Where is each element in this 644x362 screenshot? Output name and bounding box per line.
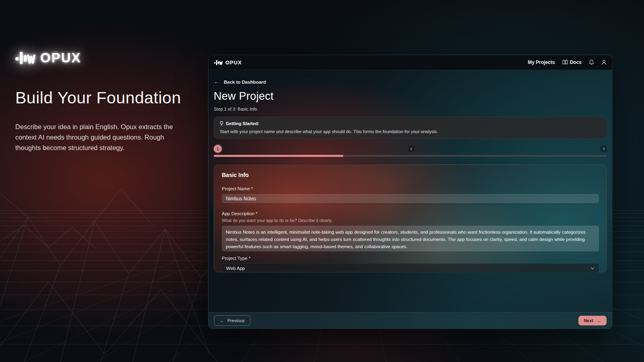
app-logo[interactable]: OPUX — [214, 60, 242, 66]
nav-docs-label: Docs — [570, 60, 582, 65]
previous-label: Previous — [227, 318, 245, 323]
tip-body: Start with your project name and describ… — [220, 129, 601, 134]
progress-bar — [214, 155, 607, 157]
book-icon — [562, 60, 568, 65]
project-type-label: Project Type * — [222, 256, 599, 261]
getting-started-tip: Getting Started: Start with your project… — [214, 117, 607, 139]
hero-title: Build Your Foundation — [15, 88, 201, 107]
app-description-label: App Description * — [222, 211, 599, 216]
back-to-dashboard-link[interactable]: ← Back to Dashboard — [214, 79, 266, 85]
user-icon — [601, 60, 607, 65]
next-label: Next — [584, 318, 593, 323]
hero-description: Describe your idea in plain English. Opu… — [15, 122, 191, 153]
app-description-helper: What do you want your app to do or be? D… — [222, 218, 599, 223]
back-arrow-icon: ← — [214, 79, 219, 85]
form-title: Basic Info — [222, 172, 599, 178]
app-logo-icon — [214, 60, 223, 66]
app-logo-text: OPUX — [225, 60, 242, 66]
window-header: OPUX My Projects Docs — [208, 55, 612, 70]
tip-title-row: Getting Started: — [220, 121, 601, 126]
window-body: ← Back to Dashboard New Project Step 1 o… — [208, 70, 612, 312]
hero-panel: OPUX Build Your Foundation Describe your… — [15, 50, 201, 153]
progress-fill — [214, 155, 343, 157]
project-type-select[interactable]: Web App — [222, 263, 599, 273]
step-1-marker[interactable]: 1 — [214, 145, 222, 153]
desktop-background: OPUX Build Your Foundation Describe your… — [0, 0, 644, 362]
project-name-input[interactable] — [222, 194, 599, 203]
chevron-down-icon — [590, 267, 594, 269]
nav-my-projects-label: My Projects — [528, 60, 555, 65]
notifications-button[interactable] — [589, 60, 594, 65]
app-window: OPUX My Projects Docs — [208, 55, 613, 329]
next-arrow-icon: → — [597, 318, 601, 323]
step-2-marker[interactable]: 2 — [408, 146, 415, 152]
nav-my-projects[interactable]: My Projects — [528, 60, 555, 65]
nav-docs[interactable]: Docs — [562, 60, 582, 65]
next-button[interactable]: Next → — [578, 316, 607, 325]
previous-arrow-icon: ← — [220, 318, 224, 323]
page-title: New Project — [214, 90, 607, 103]
project-type-value: Web App — [226, 266, 245, 271]
back-link-label: Back to Dashboard — [224, 80, 266, 84]
window-footer: ← Previous Next → — [208, 312, 612, 329]
step-indicator-label: Step 1 of 3: Basic Info — [214, 107, 607, 111]
project-name-label: Project Name * — [222, 186, 599, 191]
previous-button[interactable]: ← Previous — [214, 315, 250, 326]
opux-logo: OPUX — [15, 50, 201, 66]
opux-wordmark: OPUX — [40, 50, 81, 66]
tip-title: Getting Started: — [226, 121, 259, 126]
step-markers: 1 2 3 — [214, 145, 607, 153]
header-nav: My Projects Docs — [528, 60, 607, 65]
opux-logo-icon — [15, 51, 36, 65]
app-description-textarea[interactable]: Nimbus Notes is an intelligent, minimali… — [222, 226, 599, 251]
bell-icon — [589, 60, 594, 65]
lightbulb-icon — [220, 121, 223, 126]
account-button[interactable] — [601, 60, 607, 65]
step-3-marker[interactable]: 3 — [601, 146, 607, 152]
basic-info-card: Basic Info Project Name * App Descriptio… — [214, 165, 607, 272]
